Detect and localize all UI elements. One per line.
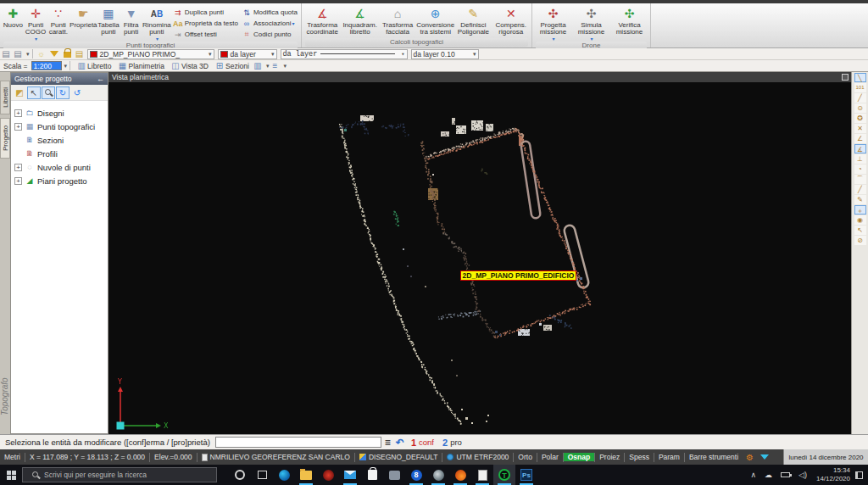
simula-missione-button[interactable]: ✣Simula missione▾: [572, 4, 610, 42]
window-arrange-caret[interactable]: ▾: [283, 63, 287, 70]
lineweight-combo[interactable]: da layer 0.10 ▾: [411, 49, 479, 59]
conversione-sistemi-button[interactable]: ⊕Conversione tra sistemi: [416, 4, 454, 38]
photoshop-app[interactable]: Ps: [515, 465, 537, 485]
inquadram-libretto-button[interactable]: ∡Inquadram. libretto: [341, 4, 378, 38]
definisci-poligonale-button[interactable]: ✎Definisci Poligonale: [454, 4, 492, 38]
tree-item-profili[interactable]: 🗎Profili: [14, 147, 108, 160]
rinomina-punti-button[interactable]: ABRinomina punti▾: [142, 4, 171, 42]
punti-cogo-button[interactable]: ✛Punti COGO▾: [25, 4, 47, 42]
scala-caret[interactable]: ▾: [64, 63, 68, 70]
drawing-viewport[interactable]: Vista planimetrica 2D_MP_PIANO PRIMO_EDI…: [108, 72, 851, 434]
topografo-app[interactable]: T: [493, 465, 515, 485]
status-filter-icon[interactable]: [760, 454, 769, 460]
task-view-button[interactable]: [251, 465, 273, 485]
layer-visibility-icon[interactable]: ☼: [36, 49, 47, 59]
pointer-select-icon[interactable]: ↖: [27, 86, 41, 99]
toggle-proiez[interactable]: Proiez: [595, 453, 624, 461]
plot-icon[interactable]: ▤: [0, 49, 12, 59]
survey-file-indicator[interactable]: NMRILIEVO GEOREFERENZ SAN CARLO: [198, 453, 354, 461]
point-cloud-label[interactable]: 2D_MP_PIANO PRIMO_EDIFICIO: [460, 270, 576, 281]
plan-canvas[interactable]: [108, 82, 851, 434]
filtra-punti-button[interactable]: ▼Filtra punti: [120, 4, 142, 42]
toggle-barre-strumenti[interactable]: Barre strumenti: [685, 453, 743, 461]
battery-icon[interactable]: [781, 472, 790, 477]
osnap-node-icon[interactable]: ✪: [854, 114, 866, 123]
osnap-tangent-icon[interactable]: ◔: [854, 164, 866, 174]
taskbar-clock[interactable]: 15:34 14/12/2020: [816, 466, 850, 482]
osnap-insert-icon[interactable]: ✎: [854, 195, 866, 204]
layer-filter-icon[interactable]: [50, 51, 58, 57]
plot-preview-icon[interactable]: ▤: [12, 49, 24, 59]
duplica-punti-button[interactable]: ⇉Duplica punti: [173, 7, 238, 18]
volume-icon[interactable]: ◁): [798, 471, 807, 479]
layer-print-icon[interactable]: ▤: [74, 49, 86, 59]
mail-app[interactable]: [339, 465, 361, 485]
refresh-all-icon[interactable]: ↺: [70, 86, 84, 99]
osnap-center-icon[interactable]: ⊙: [854, 103, 866, 113]
osnap-101-icon[interactable]: 101: [854, 83, 866, 92]
action-center-icon[interactable]: [855, 471, 863, 479]
offset-testi-button[interactable]: ⇥Offset testi: [173, 29, 238, 40]
zoom-search-icon[interactable]: [42, 86, 55, 99]
edge-app[interactable]: [273, 465, 295, 485]
command-history-icon[interactable]: ≡: [385, 437, 391, 449]
restore-window-icon[interactable]: [842, 74, 849, 81]
plot-dropdown-caret[interactable]: ▾: [26, 51, 30, 58]
layer-combo[interactable]: 2D_MP_PIANO PRIMO_ ▾: [87, 49, 214, 59]
window-arrange-icon[interactable]: ≡: [269, 61, 281, 70]
option-2-number[interactable]: 2: [442, 438, 448, 448]
collapse-arrow-icon[interactable]: ←: [97, 75, 104, 83]
tree-item-disegni[interactable]: +🗀Disegni: [14, 106, 108, 120]
refresh-view-icon[interactable]: ↻: [56, 86, 70, 99]
option-1-number[interactable]: 1: [411, 438, 416, 448]
linetype-combo[interactable]: da layer ▾: [281, 49, 408, 59]
option-conf[interactable]: conf: [419, 438, 434, 447]
proprieta-button[interactable]: ☛Proprietà: [70, 4, 97, 42]
scala-input[interactable]: [31, 61, 62, 70]
onedrive-icon[interactable]: ☁: [765, 471, 772, 479]
osnap-snap-from-icon[interactable]: ＋: [854, 205, 866, 215]
libretto-view-button[interactable]: ▥Libretto: [75, 61, 111, 70]
osnap-angle-icon[interactable]: ∡: [854, 144, 866, 153]
cortana-button[interactable]: [229, 465, 251, 485]
expander-icon[interactable]: +: [14, 109, 22, 117]
associazioni-button[interactable]: ∞Associazioni▾: [242, 18, 298, 29]
toggle-param[interactable]: Param: [654, 453, 684, 461]
osnap-temporary-icon[interactable]: ↖: [854, 226, 866, 235]
expander-icon[interactable]: +: [14, 164, 22, 171]
tree-item-sezioni[interactable]: 🗎Sezioni: [14, 133, 108, 147]
google-earth-app[interactable]: [427, 465, 449, 485]
layer-lock-icon[interactable]: [64, 52, 71, 58]
tab-progetto[interactable]: Progetto: [0, 118, 10, 159]
store-app[interactable]: [361, 465, 383, 485]
osnap-none-icon[interactable]: ⊘: [854, 236, 866, 245]
vista-3d-button[interactable]: ◫Vista 3D: [170, 61, 209, 70]
red-app[interactable]: [317, 465, 339, 485]
toggle-polar[interactable]: Polar: [537, 453, 563, 461]
planimetria-view-button[interactable]: ▦Planimetria: [116, 61, 164, 70]
nuovo-button[interactable]: ✚Nuovo: [2, 4, 25, 42]
verifica-missione-button[interactable]: ✣Verifica missione: [610, 4, 648, 42]
option-pro[interactable]: pro: [450, 438, 462, 447]
drawing-indicator[interactable]: DISEGNO_DEFAULT: [355, 453, 442, 461]
tabella-punti-button[interactable]: ▦Tabella punti: [97, 4, 120, 42]
modifica-quota-button[interactable]: ⇅Modifica quota: [242, 7, 298, 18]
command-input[interactable]: [215, 437, 381, 448]
layout-split-icon[interactable]: ▥: [252, 61, 264, 70]
tab-libretti[interactable]: Libretti: [0, 81, 10, 114]
tree-item-piani-progetto[interactable]: +◢Piani progetto: [14, 174, 108, 187]
file-explorer-app[interactable]: [295, 465, 317, 485]
undo-icon[interactable]: ↶: [396, 437, 404, 449]
trasforma-facciata-button[interactable]: ⌂Trasforma facciata: [379, 4, 416, 38]
toggle-osnap[interactable]: Osnap: [564, 453, 594, 461]
toggle-orto[interactable]: Orto: [514, 453, 537, 461]
proprieta-da-testo-button[interactable]: AaProprietà da testo: [173, 18, 238, 29]
tree-item-nuvole-di-punti[interactable]: +◌Nuvole di punti: [14, 160, 108, 174]
osnap-parallel-icon[interactable]: ╱: [854, 185, 866, 194]
expander-icon[interactable]: +: [14, 177, 22, 185]
document-app[interactable]: [471, 465, 493, 485]
color-combo[interactable]: da layer ▾: [218, 49, 277, 59]
osnap-intersection-icon[interactable]: ✕: [854, 124, 866, 133]
osnap-midpoint-icon[interactable]: ╱: [854, 93, 866, 103]
punti-caratt-button[interactable]: ∵Punti caratt.: [47, 4, 70, 42]
